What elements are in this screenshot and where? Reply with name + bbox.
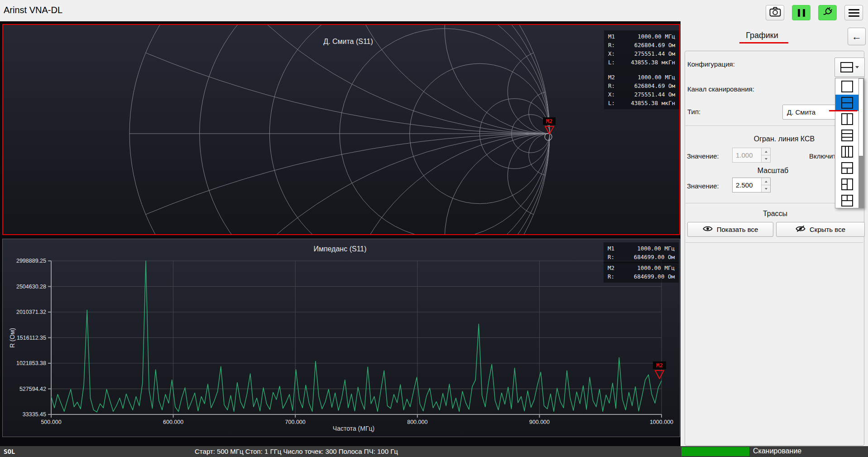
marker-info-row: X:275551.44 Ом xyxy=(608,49,675,58)
connection-button[interactable] xyxy=(818,5,837,20)
scanning-label: Сканирование xyxy=(753,447,801,455)
eye-slash-icon xyxy=(796,226,806,233)
layout-2-left-1-right-icon xyxy=(841,178,853,190)
impedance-chart[interactable]: 33335.45527594.421021853.381516112.35201… xyxy=(3,239,680,437)
configuration-dropdown[interactable] xyxy=(835,78,864,208)
marker-info-row: M11000.00 МГц xyxy=(608,32,675,41)
svg-text:1516112.35: 1516112.35 xyxy=(17,335,46,341)
config-option-layout-2-left-1-right[interactable] xyxy=(835,176,858,192)
hide-all-label: Скрыть все xyxy=(810,226,845,233)
marker-info-row: L:43855.38 мкГн xyxy=(608,99,675,107)
vswr-value-label: Значение: xyxy=(687,152,719,160)
type-label: Тип: xyxy=(687,108,700,115)
app-title: Arinst VNA-DL xyxy=(4,5,62,15)
type-combobox[interactable]: Д. Смита xyxy=(782,105,836,120)
scrollbar-thumb[interactable] xyxy=(858,78,863,156)
impedance-marker-info-m1: M11000.00 МГцR:684699.00 Ом xyxy=(604,242,679,263)
layout-3-cols-icon xyxy=(841,146,853,158)
svg-text:2010371.32: 2010371.32 xyxy=(16,309,46,315)
svg-text:1021853.38: 1021853.38 xyxy=(16,360,46,366)
config-option-layout-3-rows[interactable] xyxy=(835,127,858,144)
layout-2-top-1-bottom-icon xyxy=(841,195,853,207)
config-option-layout-3-cols[interactable] xyxy=(835,144,858,160)
smith-chart-panel[interactable]: Д. Смита (S11)M2 M11000.00 МГцR:626804.6… xyxy=(2,24,680,235)
dropdown-scrollbar[interactable] xyxy=(858,78,863,208)
sidebar-title: Графики xyxy=(690,31,834,40)
svg-text:800.000: 800.000 xyxy=(407,419,427,425)
svg-text:Частота (МГц): Частота (МГц) xyxy=(333,425,374,432)
pause-button[interactable] xyxy=(792,5,810,20)
svg-text:Импеданс (S11): Импеданс (S11) xyxy=(313,245,366,253)
eye-icon xyxy=(703,226,713,233)
configuration-label: Конфигурация: xyxy=(687,60,735,68)
vswr-value-input[interactable] xyxy=(733,148,761,162)
svg-text:Д. Смита (S11): Д. Смита (S11) xyxy=(323,38,373,45)
svg-text:33335.45: 33335.45 xyxy=(23,411,46,418)
plug-icon xyxy=(822,6,834,19)
show-all-label: Показать все xyxy=(717,226,758,233)
menu-button[interactable] xyxy=(844,5,863,20)
config-option-layout-2-top-1-bottom[interactable] xyxy=(835,192,858,209)
scale-value-input[interactable] xyxy=(733,178,761,192)
impedance-chart-panel[interactable]: 33335.45527594.421021853.381516112.35201… xyxy=(2,239,680,437)
status-bar: SOL Старт: 500 МГц Стоп: 1 ГГц Число точ… xyxy=(0,446,868,457)
back-button[interactable]: ← xyxy=(848,28,866,45)
layout-1-top-2-bottom-icon xyxy=(841,162,853,174)
smith-chart[interactable]: Д. Смита (S11)M2 xyxy=(3,25,679,234)
scan-channel-label: Канал сканирования: xyxy=(687,85,754,93)
svg-text:2504630.28: 2504630.28 xyxy=(16,284,46,290)
layout-2-cols-icon xyxy=(841,113,853,125)
charts-area: Д. Смита (S11)M2 M11000.00 МГцR:626804.6… xyxy=(0,21,681,446)
topbar-buttons xyxy=(766,5,863,20)
scale-heading: Масштаб xyxy=(700,167,845,175)
svg-text:1000.000: 1000.000 xyxy=(650,419,673,425)
scale-spin-buttons[interactable] xyxy=(761,178,770,192)
svg-text:M2: M2 xyxy=(656,362,662,369)
vswr-value-spinbox[interactable] xyxy=(732,148,771,163)
spin-up-icon[interactable] xyxy=(762,148,770,155)
layout-2-rows-icon xyxy=(841,97,853,109)
smith-marker-info: M11000.00 МГцR:626804.69 ОмX:275551.44 О… xyxy=(604,30,679,109)
layout-2-rows-icon xyxy=(840,62,853,72)
calibration-mode-badge: SOL xyxy=(4,448,15,455)
spin-down-icon[interactable] xyxy=(762,155,770,162)
back-arrow-icon: ← xyxy=(852,31,862,43)
config-option-layout-single[interactable] xyxy=(835,78,858,95)
scale-value-label: Значение: xyxy=(687,182,719,190)
spin-up-icon[interactable] xyxy=(762,178,770,185)
config-option-layout-2-rows[interactable] xyxy=(835,95,858,111)
hide-all-button[interactable]: Скрыть все xyxy=(776,222,865,237)
svg-text:527594.42: 527594.42 xyxy=(19,386,46,392)
scan-progress-bar xyxy=(681,447,749,456)
scan-settings-status: Старт: 500 МГц Стоп: 1 ГГц Число точек: … xyxy=(195,447,398,455)
configuration-combobox[interactable] xyxy=(834,58,865,77)
show-all-button[interactable]: Показать все xyxy=(687,222,773,237)
marker-info-row: R:626804.69 Ом xyxy=(608,41,675,49)
layout-3-rows-icon xyxy=(841,130,853,141)
camera-icon xyxy=(769,7,781,19)
svg-text:600.000: 600.000 xyxy=(163,419,183,425)
impedance-marker-info-m2: M21000.00 МГцR:684699.00 Ом xyxy=(604,262,679,283)
sidebar-graphs: Графики ← Конфигурация: Канал сканирован… xyxy=(681,21,868,446)
svg-text:2998889.25: 2998889.25 xyxy=(16,258,46,264)
svg-text:500.000: 500.000 xyxy=(41,419,61,425)
config-option-layout-1-top-2-bottom[interactable] xyxy=(835,160,858,176)
pause-icon xyxy=(798,9,805,17)
config-option-layout-2-cols[interactable] xyxy=(835,111,858,127)
vswr-enable-checkbox-label[interactable]: Включить xyxy=(809,152,834,160)
svg-text:700.000: 700.000 xyxy=(285,419,306,425)
screenshot-button[interactable] xyxy=(766,5,784,20)
vswr-spin-buttons[interactable] xyxy=(761,148,770,162)
marker-info-row: X:275551.44 Ом xyxy=(608,90,675,99)
svg-text:M2: M2 xyxy=(546,118,552,125)
scale-value-spinbox[interactable] xyxy=(732,178,771,192)
layout-2-rows-icon xyxy=(840,62,853,72)
marker-info-row: R:684699.00 Ом xyxy=(608,253,675,261)
marker-info-row: M21000.00 МГц xyxy=(608,73,675,82)
layout-single-icon xyxy=(841,81,853,92)
spin-down-icon[interactable] xyxy=(762,185,770,192)
selected-option-underline xyxy=(829,110,857,111)
top-bar: Arinst VNA-DL xyxy=(0,0,868,21)
title-underline xyxy=(739,42,788,43)
hamburger-icon xyxy=(849,9,859,17)
